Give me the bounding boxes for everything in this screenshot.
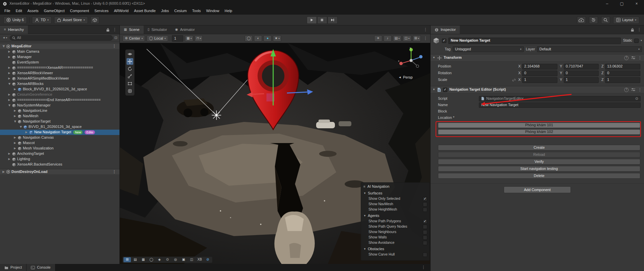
menu-tools[interactable]: Tools xyxy=(190,9,204,13)
scene-visibility-icon[interactable]: ● xyxy=(263,35,271,42)
help-icon[interactable]: ? xyxy=(624,56,629,60)
expander-icon[interactable]: ▶ xyxy=(7,55,11,59)
hierarchy-row-dontdestroyonload[interactable]: ▶DontDestroyOnLoad⋮ xyxy=(0,169,119,174)
hierarchy-row-xensearblocks[interactable]: ▶XenseARBlocks xyxy=(0,81,119,87)
static-checkbox[interactable] xyxy=(634,39,639,43)
kebab-icon[interactable]: ⋮ xyxy=(424,27,428,32)
camera-icon[interactable]: ◫ xyxy=(188,257,195,262)
scale-z-field[interactable]: 1 xyxy=(605,77,640,83)
nav-toggle-show-carve-hull[interactable]: Show Carve Hull xyxy=(363,252,427,257)
expander-icon[interactable]: ▶ xyxy=(7,93,11,96)
hierarchy-row-xensear[interactable]: ▶==============XenseAR============== xyxy=(0,65,119,71)
expander-icon[interactable]: ▶ xyxy=(13,120,17,124)
kebab-icon[interactable]: ⋮ xyxy=(112,44,119,49)
tag-dropdown[interactable]: Untagged ▾ xyxy=(453,46,524,52)
sphere-icon[interactable]: ◯ xyxy=(148,257,155,262)
menu-jobs[interactable]: Jobs xyxy=(158,9,171,13)
create-object-button[interactable]: +▾ xyxy=(2,36,8,40)
hierarchy-row-xensear-backendservices[interactable]: ▶XenseAR.BackendServices xyxy=(0,162,119,167)
menu-edit[interactable]: Edit xyxy=(13,9,25,13)
position-y-field[interactable]: 0.7107047 xyxy=(564,64,599,70)
checkbox[interactable] xyxy=(423,230,427,234)
hierarchy-row-end-xensear[interactable]: ▶==============End XenseAR============== xyxy=(0,97,119,103)
hierarchy-row-navigationtarget[interactable]: ▶NavigationTarget xyxy=(0,119,119,124)
location-button-ph-ng-kh-m-102[interactable]: Phòng khám 102 xyxy=(438,129,640,135)
menu-help[interactable]: Help xyxy=(222,9,235,13)
persp-label[interactable]: ◄ Persp xyxy=(398,75,413,80)
nav-toggle-show-path-polygons[interactable]: Show Path Polygons✓ xyxy=(363,219,427,224)
move-tool[interactable] xyxy=(127,58,133,65)
create-button[interactable]: Create xyxy=(438,145,640,150)
checkbox[interactable] xyxy=(423,202,427,207)
kebab-icon[interactable]: ⋮ xyxy=(422,265,430,270)
nav-toggle-show-only-selected[interactable]: Show Only Selected✓ xyxy=(363,196,427,201)
lighting-toggle-icon[interactable]: ☀ xyxy=(374,35,382,42)
nav-toggle-show-neighbours[interactable]: Show Neighbours xyxy=(363,229,427,235)
rotation-x-field[interactable]: 0 xyxy=(522,71,557,76)
start-navigation-testing-button[interactable]: Start navigation testing xyxy=(438,166,640,172)
hierarchy-row-xensearblockviewer[interactable]: ▶XenseARBlockViewer xyxy=(0,71,119,76)
nav-toggle-show-navmesh[interactable]: Show NavMesh xyxy=(363,201,427,207)
help-icon[interactable]: ? xyxy=(624,88,629,92)
package-manager-icon[interactable] xyxy=(90,16,99,24)
tab-animator[interactable]: ◉Animator xyxy=(171,26,199,34)
terrain-icon[interactable]: ▤ xyxy=(132,257,139,262)
preset-icon[interactable] xyxy=(631,56,635,59)
tab-inspector[interactable]: Inspector xyxy=(431,26,460,34)
nav-toggle-show-walls[interactable]: Show Walls xyxy=(363,235,427,240)
hierarchy-row-mascot[interactable]: ▶Mascot xyxy=(0,140,119,146)
menu-file[interactable]: File xyxy=(2,9,13,13)
kebab-icon[interactable]: ⋮ xyxy=(638,55,642,60)
probe-icon[interactable]: ◈ xyxy=(156,257,163,262)
expander-icon[interactable]: ▶ xyxy=(7,72,11,75)
delete-button[interactable]: Delete xyxy=(438,173,640,179)
pause-button[interactable] xyxy=(317,16,327,24)
expander-icon[interactable]: ▶ xyxy=(8,82,11,86)
hierarchy-row-navsystemmanager[interactable]: ▶NavSystemManager xyxy=(0,103,119,108)
tab-simulator[interactable]: ▯Simulator xyxy=(144,26,171,34)
hierarchy-row-lighting[interactable]: ▶Lighting xyxy=(0,156,119,162)
close-button[interactable]: × xyxy=(629,0,644,7)
position-z-field[interactable]: 13.06302 xyxy=(605,64,640,70)
nav-toggle-show-path-query-nodes[interactable]: Show Path Query Nodes xyxy=(363,224,427,229)
expander-icon[interactable]: ▶ xyxy=(19,125,22,129)
tab-project[interactable]: Project xyxy=(0,264,27,271)
hierarchy-row-eventsystem[interactable]: ▶EventSystem xyxy=(0,60,119,65)
grid-visual-dropdown[interactable]: ▦▾ xyxy=(185,35,193,42)
expander-icon[interactable]: ▶ xyxy=(1,170,6,174)
expander-icon[interactable]: ▶ xyxy=(2,44,5,49)
disable-icon[interactable]: ⊘ xyxy=(204,257,211,262)
checkbox[interactable]: ✓ xyxy=(423,197,427,201)
verify-button[interactable]: Verify xyxy=(438,159,640,165)
tab-scene[interactable]: ▦Scene xyxy=(120,26,144,34)
rotation-z-field[interactable]: 0 xyxy=(605,71,640,76)
expander-icon[interactable]: ▶ xyxy=(13,115,17,118)
search-input[interactable]: All xyxy=(10,35,112,41)
minimize-button[interactable]: – xyxy=(600,0,614,7)
search-picker-icon[interactable]: ⊡ xyxy=(114,36,117,40)
snap-settings-dropdown[interactable]: ⊓▾ xyxy=(195,35,203,42)
expander-icon[interactable]: ▶ xyxy=(24,131,29,134)
hierarchy-row-navmesh[interactable]: ▶NavMesh xyxy=(0,114,119,119)
expander-icon[interactable]: ▶ xyxy=(7,77,11,80)
hierarchy-row-main-camera[interactable]: ▶Main Camera xyxy=(0,49,119,54)
rotation-y-field[interactable]: 0 xyxy=(564,71,599,76)
hierarchy-row-new-navigation-target[interactable]: ▶New Navigation TargetNewEdite xyxy=(0,130,119,135)
maximize-button[interactable]: ▢ xyxy=(614,0,629,7)
nav-toggle-show-avoidance[interactable]: Show Avoidance xyxy=(363,240,427,245)
nav-section-surfaces[interactable]: ▼Surfaces xyxy=(363,190,427,196)
hierarchy-row-navigation-canvas[interactable]: ▶Navigation Canvas xyxy=(0,135,119,140)
transform-component-header[interactable]: ▼ Transform ? ⋮ xyxy=(431,54,644,61)
object-picker-icon[interactable]: ⊙ xyxy=(635,96,638,101)
view-tool[interactable] xyxy=(127,51,133,57)
overlay-menu-icon[interactable]: ≡ xyxy=(363,185,365,189)
menu-cesium[interactable]: Cesium xyxy=(171,9,189,13)
asset-store-button[interactable]: Asset Store ▾ xyxy=(54,16,88,24)
kebab-icon[interactable]: ⋮ xyxy=(424,36,428,41)
menu-assets[interactable]: Assets xyxy=(25,9,41,13)
menu-asset-bundle[interactable]: Asset Bundle xyxy=(131,9,158,13)
gizmos-dropdown[interactable]: ⊞▾ xyxy=(413,35,421,42)
hierarchy-row-xensearsimplifiedblockviewer[interactable]: ▶XenseARSimplifiedBlockViewer xyxy=(0,76,119,81)
position-x-field[interactable]: 2.164368 xyxy=(522,64,557,70)
layer-dropdown[interactable]: Default ▾ xyxy=(537,46,642,52)
